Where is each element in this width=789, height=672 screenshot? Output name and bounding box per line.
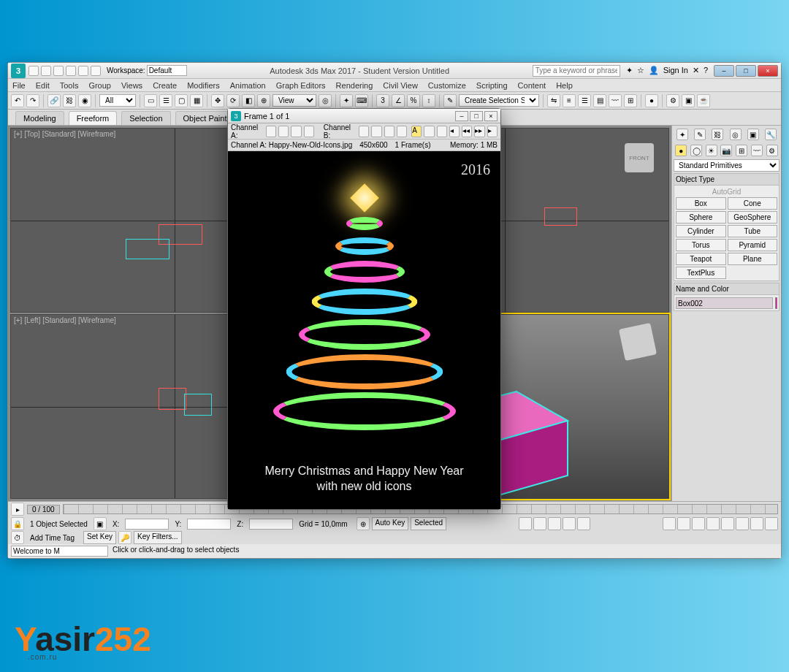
menu-scripting[interactable]: Scripting [476, 81, 508, 90]
menu-group[interactable]: Group [88, 81, 111, 90]
hierarchy-tab-icon[interactable]: ⛓ [712, 129, 723, 140]
ram-open-a-icon[interactable] [266, 126, 276, 137]
zoom-extents-icon[interactable] [706, 517, 720, 530]
lock-icon[interactable]: 🔒 [11, 517, 24, 530]
type-geosphere[interactable]: GeoSphere [728, 211, 778, 224]
tab-freeform[interactable]: Freeform [69, 111, 118, 125]
ram-max-button[interactable]: □ [470, 111, 483, 121]
user-icon[interactable]: 👤 [649, 66, 659, 75]
move-icon[interactable]: ✥ [211, 94, 224, 107]
layer-icon[interactable]: ☰ [578, 94, 591, 107]
ram-close-a-icon[interactable] [291, 126, 301, 137]
ram-prev-icon[interactable]: ◂ [449, 126, 460, 137]
zoom-icon[interactable] [692, 517, 705, 530]
x-input[interactable] [125, 519, 169, 530]
selected-button[interactable]: Selected [411, 517, 446, 530]
key-filters-button[interactable]: Key Filters... [134, 531, 182, 544]
utilities-tab-icon[interactable]: 🔧 [765, 129, 777, 140]
help-icon[interactable]: ? [704, 66, 708, 75]
sign-in-link[interactable]: Sign In [663, 66, 688, 75]
angle-snap-icon[interactable]: ∠ [392, 94, 405, 107]
rotate-icon[interactable]: ⟳ [226, 94, 240, 107]
type-textplus[interactable]: TextPlus [676, 267, 726, 279]
rollout-title[interactable]: Object Type [674, 174, 779, 186]
tab-objectpaint[interactable]: Object Paint [175, 111, 235, 125]
autokey-button[interactable]: Auto Key [372, 517, 409, 530]
menu-content[interactable]: Content [518, 81, 546, 90]
spacewarps-icon[interactable]: 〰 [751, 145, 763, 156]
menu-customize[interactable]: Customize [428, 81, 466, 90]
workspace-combo[interactable] [147, 65, 187, 76]
object-name-input[interactable] [676, 297, 773, 309]
select-icon[interactable]: ▭ [144, 94, 157, 107]
select-name-icon[interactable]: ☰ [159, 94, 172, 107]
prev-frame-icon[interactable] [533, 517, 546, 530]
goto-end-icon[interactable] [577, 517, 590, 530]
ribbon-icon[interactable]: ▤ [593, 94, 606, 107]
modify-tab-icon[interactable]: ✎ [694, 129, 706, 140]
ram-close-button[interactable]: × [484, 111, 498, 121]
menu-modifiers[interactable]: Modifiers [187, 81, 220, 90]
ram-split-v-icon[interactable] [437, 126, 447, 137]
editsel-icon[interactable]: ✎ [443, 94, 457, 107]
schematic-icon[interactable]: ⊞ [624, 94, 637, 107]
min-max-icon[interactable] [750, 517, 763, 530]
play-icon[interactable] [548, 517, 561, 530]
cameras-icon[interactable]: 📷 [720, 145, 732, 156]
ram-close-b-icon[interactable] [384, 126, 394, 137]
menu-tools[interactable]: Tools [60, 81, 79, 90]
place-icon[interactable]: ⊕ [257, 94, 270, 107]
menu-file[interactable]: File [12, 81, 26, 90]
ram-split-h-icon[interactable] [424, 126, 434, 137]
spinner-snap-icon[interactable]: ↕ [422, 94, 435, 107]
qat-redo-icon[interactable] [78, 66, 88, 76]
minimize-button[interactable]: – [714, 65, 734, 77]
maximize-button[interactable]: □ [736, 65, 756, 77]
viewport-label[interactable]: [+] [Top] [Standard] [Wireframe] [14, 130, 115, 138]
viewcube[interactable] [619, 323, 657, 361]
refcoord-combo[interactable]: View [272, 94, 316, 107]
pivot-icon[interactable]: ◎ [319, 94, 332, 107]
ram-render-a-icon[interactable] [278, 126, 289, 137]
qat-save-icon[interactable] [53, 66, 64, 76]
ram-open-b-icon[interactable] [359, 126, 369, 137]
tab-selection[interactable]: Selection [121, 111, 170, 125]
next-frame-icon[interactable] [563, 517, 576, 530]
y-input[interactable] [187, 519, 231, 530]
color-swatch[interactable] [775, 297, 777, 309]
systems-icon[interactable]: ⚙ [766, 145, 778, 156]
exchange-icon[interactable]: ✕ [693, 66, 699, 75]
create-tab-icon[interactable]: ✦ [676, 129, 688, 140]
render-icon[interactable]: ☕ [697, 94, 710, 107]
geometry-icon[interactable]: ● [675, 145, 687, 156]
type-teapot[interactable]: Teapot [676, 253, 726, 265]
align-icon[interactable]: ≡ [563, 94, 576, 107]
isolate-icon[interactable]: ▣ [94, 517, 107, 530]
manip-icon[interactable]: ✦ [340, 94, 353, 107]
pan-icon[interactable] [663, 517, 676, 530]
region-icon[interactable]: ▢ [175, 94, 188, 107]
goto-start-icon[interactable] [519, 517, 532, 530]
unlink-icon[interactable]: ⛓ [63, 94, 76, 107]
type-plane[interactable]: Plane [728, 253, 778, 265]
arc-rotate-icon[interactable] [677, 517, 690, 530]
autogrid-check[interactable]: AutoGrid [676, 188, 777, 196]
ram-save-b-icon[interactable] [397, 126, 407, 137]
abs-rel-icon[interactable]: ⊕ [357, 517, 370, 530]
fov-icon[interactable] [721, 517, 734, 530]
qat-project-icon[interactable] [91, 66, 101, 76]
ram-render-b-icon[interactable] [371, 126, 381, 137]
qat-undo-icon[interactable] [66, 66, 76, 76]
selection-set-combo[interactable]: Create Selection Se [459, 94, 539, 107]
redo-icon[interactable]: ↷ [26, 94, 39, 107]
qat-new-icon[interactable] [28, 66, 39, 76]
mirror-icon[interactable]: ⇋ [547, 94, 560, 107]
ram-a-toggle[interactable]: A [411, 126, 422, 137]
material-icon[interactable]: ● [645, 94, 658, 107]
menu-edit[interactable]: Edit [36, 81, 50, 90]
search-input[interactable] [533, 65, 620, 77]
time-tag-icon[interactable]: ⏱ [11, 531, 24, 544]
menu-help[interactable]: Help [556, 81, 573, 90]
undo-icon[interactable]: ↶ [11, 94, 24, 107]
setkey-button[interactable]: Set Key [83, 531, 116, 544]
